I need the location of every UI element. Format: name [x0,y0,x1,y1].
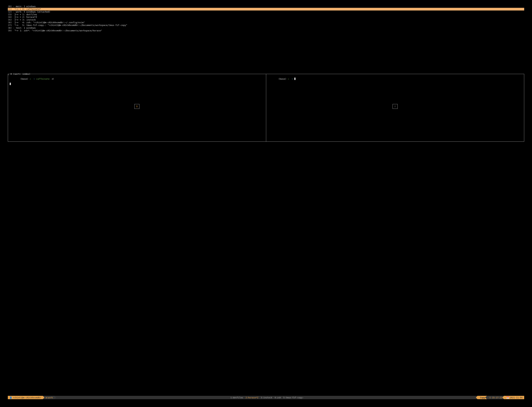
tree-row[interactable]: (5) ├─> + 3: instock [8,18,524,21]
status-window-item[interactable]: 5:tmux-fzf-copy- [283,396,304,399]
pane-number-active: 1 [134,104,139,109]
preview-pane-right: (base) → ~ 2 [266,74,524,141]
status-window-item[interactable]: 4:zsh [274,396,281,399]
tree-row[interactable]: (3) ├─> + 1: dotfiles [8,13,524,16]
preview-panes: (base) → ~ caffeinate -d 1 (base) → ~ 2 [8,74,524,142]
prompt-left: (base) → ~ caffeinate -d [10,75,264,83]
tree-row[interactable]: (8) - test: 1 windows [8,27,524,29]
tree-row[interactable]: (9) └─> 1: zsh*: "rchint1@m-c02ck0xvmd6r… [8,29,524,32]
status-windows: 1:dotfiles2:horace*Z3:instock4:zsh5:tmux… [55,396,477,399]
status-window-item[interactable]: 1:dotfiles [230,396,243,399]
status-time: ⏲15:17:22 [487,396,504,399]
tmux-statusbar: 👤rchint1@m-c02ck0xvmd6r ⊞work 1:dotfiles… [8,396,524,399]
tree-row[interactable]: (7) └─> 5: tmux-fzf-copy-: "rchint1@m-c0… [8,24,524,27]
cursor-icon [294,78,296,80]
cursor-icon [10,83,11,85]
preview-pane-left: (base) → ~ caffeinate -d 1 [8,74,266,141]
status-host: 👤rchint1@m-c02ck0xvmd6r [8,396,43,399]
prompt-right: (base) → ~ [268,75,523,83]
status-window-item[interactable]: 3:instock [261,396,272,399]
session-icon: ⊞ [46,396,47,399]
calendar-icon: 📅 [506,396,509,399]
tree-row[interactable]: (6) ├─> 4: zsh: "rchint1@m-c02ck0xvmd6r:… [8,21,524,24]
status-session[interactable]: ⊞work [43,396,55,399]
status-window-item[interactable]: 2:horace*Z [245,396,258,399]
tree-row[interactable]: (0) - main: 1 windows [8,5,524,8]
pane-number-inactive: 2 [393,104,398,109]
user-icon: 👤 [9,396,12,399]
tmux-choose-tree[interactable]: (0) - main: 1 windows(1) └─> + 0: caffei… [8,5,524,32]
clock-icon: ⏲ [489,396,492,399]
tree-row[interactable]: (1) └─> + 0: caffeinate* [8,8,524,10]
tree-row[interactable]: (4) ├─> + 2: horace*Z [8,16,524,18]
status-date: 📅2021-11-04 [504,396,524,399]
tree-row[interactable]: (2) - work: 5 windows (attached) [8,10,524,13]
